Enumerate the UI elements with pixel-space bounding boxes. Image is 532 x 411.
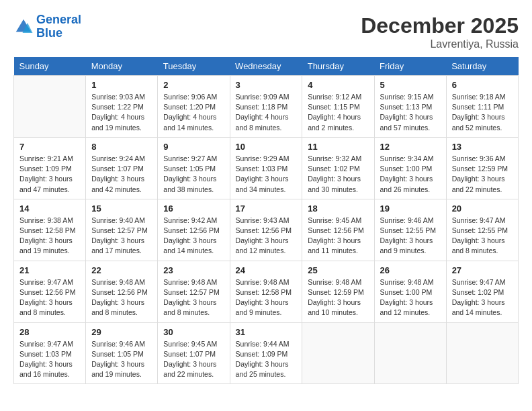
day-number: 27	[452, 265, 513, 275]
calendar-cell: 7Sunrise: 9:21 AMSunset: 1:09 PMDaylight…	[14, 137, 86, 199]
logo-line2: Blue	[36, 26, 62, 40]
logo-line1: General	[36, 13, 81, 26]
day-info: Sunrise: 9:48 AMSunset: 1:00 PMDaylight:…	[380, 277, 441, 318]
calendar-week-row: 28Sunrise: 9:47 AMSunset: 1:03 PMDayligh…	[14, 322, 519, 384]
day-number: 21	[19, 265, 80, 275]
day-number: 16	[163, 203, 224, 214]
day-number: 30	[163, 327, 224, 337]
calendar-week-row: 7Sunrise: 9:21 AMSunset: 1:09 PMDaylight…	[14, 137, 519, 199]
day-info: Sunrise: 9:38 AMSunset: 12:58 PMDaylight…	[19, 216, 80, 257]
day-number: 15	[91, 203, 152, 214]
calendar-cell: 29Sunrise: 9:46 AMSunset: 1:05 PMDayligh…	[86, 322, 158, 384]
day-number: 2	[163, 80, 224, 90]
calendar-cell: 28Sunrise: 9:47 AMSunset: 1:03 PMDayligh…	[14, 322, 86, 384]
calendar-cell: 18Sunrise: 9:45 AMSunset: 12:56 PMDaylig…	[302, 199, 374, 261]
location: Lavrentiya, Russia	[361, 38, 519, 50]
logo-text: General Blue	[36, 13, 81, 40]
day-info: Sunrise: 9:21 AMSunset: 1:09 PMDaylight:…	[19, 154, 80, 195]
day-info: Sunrise: 9:45 AMSunset: 12:56 PMDaylight…	[308, 216, 368, 257]
calendar-cell	[302, 322, 374, 384]
calendar-cell: 21Sunrise: 9:47 AMSunset: 12:56 PMDaylig…	[14, 261, 86, 322]
calendar-cell: 9Sunrise: 9:27 AMSunset: 1:05 PMDaylight…	[158, 137, 230, 199]
month-title: December 2025	[361, 13, 519, 38]
calendar-cell: 19Sunrise: 9:46 AMSunset: 12:55 PMDaylig…	[374, 199, 446, 261]
calendar-cell: 23Sunrise: 9:48 AMSunset: 12:57 PMDaylig…	[158, 261, 230, 322]
day-number: 8	[91, 142, 152, 152]
calendar-cell: 26Sunrise: 9:48 AMSunset: 1:00 PMDayligh…	[374, 261, 446, 322]
day-number: 29	[91, 327, 152, 337]
day-info: Sunrise: 9:47 AMSunset: 12:55 PMDaylight…	[452, 216, 513, 257]
calendar-cell: 20Sunrise: 9:47 AMSunset: 12:55 PMDaylig…	[446, 199, 518, 261]
logo: General Blue	[13, 13, 81, 40]
day-info: Sunrise: 9:48 AMSunset: 12:59 PMDaylight…	[308, 277, 368, 318]
day-info: Sunrise: 9:03 AMSunset: 1:22 PMDaylight:…	[91, 92, 152, 133]
day-number: 12	[380, 142, 441, 152]
day-header: Wednesday	[230, 57, 302, 76]
day-number: 5	[380, 80, 441, 90]
day-header: Tuesday	[158, 57, 230, 76]
day-info: Sunrise: 9:43 AMSunset: 12:56 PMDaylight…	[236, 216, 297, 257]
calendar-cell	[374, 322, 446, 384]
day-info: Sunrise: 9:06 AMSunset: 1:20 PMDaylight:…	[163, 92, 224, 133]
day-info: Sunrise: 9:47 AMSunset: 1:03 PMDaylight:…	[19, 339, 80, 380]
day-info: Sunrise: 9:29 AMSunset: 1:03 PMDaylight:…	[236, 154, 297, 195]
day-header: Friday	[374, 57, 446, 76]
day-number: 10	[236, 142, 297, 152]
day-number: 19	[380, 203, 441, 214]
day-header: Saturday	[446, 57, 518, 76]
calendar-cell: 11Sunrise: 9:32 AMSunset: 1:02 PMDayligh…	[302, 137, 374, 199]
day-info: Sunrise: 9:36 AMSunset: 12:59 PMDaylight…	[452, 154, 513, 195]
day-info: Sunrise: 9:32 AMSunset: 1:02 PMDaylight:…	[308, 154, 368, 195]
day-number: 4	[308, 80, 368, 90]
day-number: 25	[308, 265, 368, 275]
day-number: 26	[380, 265, 441, 275]
day-info: Sunrise: 9:27 AMSunset: 1:05 PMDaylight:…	[163, 154, 224, 195]
logo-icon	[13, 17, 34, 37]
day-number: 9	[163, 142, 224, 152]
day-header: Thursday	[302, 57, 374, 76]
calendar-cell: 1Sunrise: 9:03 AMSunset: 1:22 PMDaylight…	[86, 76, 158, 138]
calendar-cell: 24Sunrise: 9:48 AMSunset: 12:58 PMDaylig…	[230, 261, 302, 322]
day-info: Sunrise: 9:45 AMSunset: 1:07 PMDaylight:…	[163, 339, 224, 380]
day-info: Sunrise: 9:47 AMSunset: 1:02 PMDaylight:…	[452, 277, 513, 318]
calendar-cell: 10Sunrise: 9:29 AMSunset: 1:03 PMDayligh…	[230, 137, 302, 199]
day-info: Sunrise: 9:12 AMSunset: 1:15 PMDaylight:…	[308, 92, 368, 133]
calendar-cell: 14Sunrise: 9:38 AMSunset: 12:58 PMDaylig…	[14, 199, 86, 261]
day-number: 11	[308, 142, 368, 152]
calendar-cell: 27Sunrise: 9:47 AMSunset: 1:02 PMDayligh…	[446, 261, 518, 322]
day-number: 13	[452, 142, 513, 152]
day-info: Sunrise: 9:46 AMSunset: 1:05 PMDaylight:…	[91, 339, 152, 380]
calendar-cell: 8Sunrise: 9:24 AMSunset: 1:07 PMDaylight…	[86, 137, 158, 199]
calendar-cell	[14, 76, 86, 138]
day-info: Sunrise: 9:15 AMSunset: 1:13 PMDaylight:…	[380, 92, 441, 133]
day-number: 20	[452, 203, 513, 214]
day-number: 1	[91, 80, 152, 90]
day-number: 23	[163, 265, 224, 275]
calendar-cell: 4Sunrise: 9:12 AMSunset: 1:15 PMDaylight…	[302, 76, 374, 138]
calendar-cell: 12Sunrise: 9:34 AMSunset: 1:00 PMDayligh…	[374, 137, 446, 199]
calendar-cell: 3Sunrise: 9:09 AMSunset: 1:18 PMDaylight…	[230, 76, 302, 138]
day-info: Sunrise: 9:18 AMSunset: 1:11 PMDaylight:…	[452, 92, 513, 133]
calendar-cell: 22Sunrise: 9:48 AMSunset: 12:56 PMDaylig…	[86, 261, 158, 322]
day-number: 17	[236, 203, 297, 214]
day-number: 3	[236, 80, 297, 90]
calendar-week-row: 21Sunrise: 9:47 AMSunset: 12:56 PMDaylig…	[14, 261, 519, 322]
calendar-cell: 17Sunrise: 9:43 AMSunset: 12:56 PMDaylig…	[230, 199, 302, 261]
calendar-cell: 25Sunrise: 9:48 AMSunset: 12:59 PMDaylig…	[302, 261, 374, 322]
day-info: Sunrise: 9:48 AMSunset: 12:58 PMDaylight…	[236, 277, 297, 318]
calendar-week-row: 14Sunrise: 9:38 AMSunset: 12:58 PMDaylig…	[14, 199, 519, 261]
day-info: Sunrise: 9:47 AMSunset: 12:56 PMDaylight…	[19, 277, 80, 318]
day-info: Sunrise: 9:09 AMSunset: 1:18 PMDaylight:…	[236, 92, 297, 133]
calendar-week-row: 1Sunrise: 9:03 AMSunset: 1:22 PMDaylight…	[14, 76, 519, 138]
calendar-cell: 16Sunrise: 9:42 AMSunset: 12:56 PMDaylig…	[158, 199, 230, 261]
day-number: 31	[236, 327, 297, 337]
calendar-cell	[446, 322, 518, 384]
day-info: Sunrise: 9:44 AMSunset: 1:09 PMDaylight:…	[236, 339, 297, 380]
day-number: 7	[19, 142, 80, 152]
page-header: General Blue December 2025 Lavrentiya, R…	[13, 13, 519, 50]
calendar-table: SundayMondayTuesdayWednesdayThursdayFrid…	[13, 57, 519, 384]
day-info: Sunrise: 9:24 AMSunset: 1:07 PMDaylight:…	[91, 154, 152, 195]
calendar-cell: 30Sunrise: 9:45 AMSunset: 1:07 PMDayligh…	[158, 322, 230, 384]
day-info: Sunrise: 9:42 AMSunset: 12:56 PMDaylight…	[163, 216, 224, 257]
calendar-cell: 5Sunrise: 9:15 AMSunset: 1:13 PMDaylight…	[374, 76, 446, 138]
